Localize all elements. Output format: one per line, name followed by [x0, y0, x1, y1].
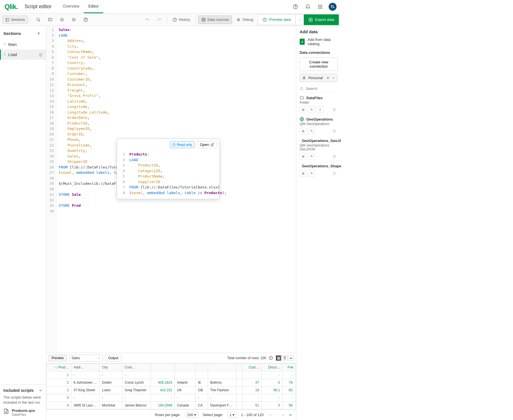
- svg-line-33: [240, 20, 240, 20]
- chevron-down-icon[interactable]: [332, 76, 335, 80]
- svg-line-14: [39, 21, 40, 21]
- view-list-icon[interactable]: ☰: [282, 355, 288, 361]
- tab-editor[interactable]: Editor: [84, 0, 103, 13]
- add-from-catalog-button[interactable]: + Add from data catalog: [300, 37, 338, 46]
- select-page-label: Select page:: [203, 413, 223, 417]
- delete-connection-icon[interactable]: [331, 106, 338, 113]
- select-page-select[interactable]: 1 ▾: [227, 412, 236, 418]
- space-filter[interactable]: Personal ✕: [300, 74, 338, 82]
- svg-rect-3: [320, 5, 321, 6]
- editor-toolbar: Sections History Data sources Debug Prev…: [0, 14, 341, 26]
- svg-line-46: [212, 143, 214, 145]
- preview-data-dropdown[interactable]: [296, 14, 304, 25]
- section-item-main[interactable]: ⠿ Main: [0, 39, 46, 50]
- connection-search-input[interactable]: [306, 86, 341, 91]
- connection-item[interactable]: DataFiles Folder ⊞ ✎ ⇪: [300, 95, 338, 113]
- undo-icon[interactable]: [142, 15, 153, 24]
- edit-connection-icon[interactable]: ✎: [308, 106, 315, 113]
- open-script-button[interactable]: Open: [197, 141, 217, 148]
- svg-point-51: [300, 87, 302, 90]
- data-sources-panel: Add data + Add from data catalog Data co…: [296, 26, 341, 420]
- svg-line-32: [237, 20, 238, 20]
- select-data-icon[interactable]: ⊞: [300, 106, 306, 113]
- svg-rect-9: [320, 8, 321, 8]
- create-connection-button[interactable]: Create new connection: [300, 57, 338, 71]
- comment-icon[interactable]: [45, 15, 56, 24]
- clear-filter-icon[interactable]: ✕: [326, 76, 330, 80]
- delete-connection-icon[interactable]: [331, 170, 338, 177]
- svg-point-1: [295, 8, 296, 8]
- search-icon: [300, 87, 304, 91]
- add-section-icon[interactable]: [35, 29, 43, 37]
- svg-rect-6: [320, 6, 321, 7]
- drag-handle-icon[interactable]: ⠿: [3, 43, 5, 46]
- header-tabs: Overview Editor: [58, 0, 103, 13]
- svg-line-52: [302, 89, 303, 90]
- included-scripts-panel: Included scripts The scripts below were …: [0, 385, 46, 420]
- drag-handle-icon[interactable]: ⠿: [3, 53, 5, 57]
- delete-connection-icon[interactable]: [331, 153, 338, 160]
- select-data-icon[interactable]: ⊞: [300, 128, 306, 134]
- svg-rect-11: [6, 18, 9, 21]
- avatar[interactable]: TL: [329, 3, 337, 11]
- export-data-button[interactable]: Export data: [304, 14, 339, 25]
- delete-connection-icon[interactable]: [331, 128, 338, 134]
- section-item-load[interactable]: ⠿ Load: [0, 50, 46, 60]
- outdent-icon[interactable]: [57, 15, 67, 24]
- svg-rect-15: [48, 18, 52, 21]
- collapse-icon[interactable]: [39, 388, 43, 392]
- readonly-badge: Read only: [170, 141, 194, 148]
- view-grid-icon[interactable]: ▪▪: [288, 355, 294, 361]
- preview-tab-button[interactable]: Preview: [48, 355, 67, 361]
- select-data-icon[interactable]: ⊞: [300, 170, 306, 177]
- debug-button[interactable]: Debug: [233, 15, 256, 24]
- view-table-icon[interactable]: ▦: [276, 355, 281, 361]
- svg-rect-7: [321, 6, 322, 7]
- select-data-icon[interactable]: ⊞: [300, 153, 306, 160]
- include-preview-popup: Read only Open 12345678 Products:LOAD Pr…: [117, 139, 220, 199]
- table-select[interactable]: Sales: [69, 355, 103, 361]
- page-last-icon[interactable]: ⇥: [287, 412, 293, 417]
- delete-section-icon[interactable]: [39, 53, 43, 57]
- edit-connection-icon[interactable]: ✎: [308, 153, 315, 160]
- connection-item[interactable]: GeoOperations_GeoJSON Qlik GeoOperations…: [300, 138, 338, 160]
- help-icon[interactable]: [291, 3, 299, 11]
- included-file-item[interactable]: Products.qvs DataFiles: [3, 408, 43, 417]
- page-first-icon[interactable]: ⇤: [268, 412, 273, 417]
- upload-icon[interactable]: ⇪: [317, 106, 323, 113]
- edit-connection-icon[interactable]: ✎: [308, 128, 315, 134]
- page-next-icon[interactable]: ›: [282, 412, 285, 417]
- pager: Rows per page: 100 ▾ Select page: 1 ▾ 1 …: [46, 409, 296, 420]
- preview-table[interactable]: ↑↓ Prod…Addr…CityCont…Cust…Disco…Frei1--…: [46, 363, 296, 409]
- connection-item[interactable]: GeoOperations_Shapefile ⊞ ✎: [300, 164, 338, 177]
- sections-toggle-button[interactable]: Sections: [2, 15, 28, 24]
- svg-point-27: [238, 19, 239, 20]
- svg-point-50: [304, 77, 305, 78]
- apps-grid-icon[interactable]: [316, 3, 324, 11]
- preview-data-button[interactable]: Preview data: [258, 14, 296, 25]
- search-icon[interactable]: [33, 15, 44, 24]
- indent-icon[interactable]: [68, 15, 79, 24]
- bell-icon[interactable]: [304, 3, 312, 11]
- output-tab-button[interactable]: Output: [105, 355, 121, 361]
- svg-rect-5: [318, 6, 319, 7]
- rows-per-page-select[interactable]: 100 ▾: [185, 412, 198, 418]
- page-prev-icon[interactable]: ‹: [276, 412, 279, 417]
- app-header: Qlik. Script editor Overview Editor TL: [0, 0, 341, 14]
- edit-connection-icon[interactable]: ✎: [308, 170, 315, 177]
- svg-rect-10: [321, 8, 322, 8]
- svg-rect-2: [318, 5, 319, 6]
- redo-icon[interactable]: [154, 15, 165, 24]
- tab-overview[interactable]: Overview: [58, 0, 84, 13]
- data-sources-button[interactable]: Data sources: [198, 15, 232, 24]
- help-toolbar-icon[interactable]: [80, 15, 91, 24]
- history-button[interactable]: History: [169, 15, 193, 24]
- svg-point-24: [86, 21, 86, 21]
- info-icon[interactable]: [269, 356, 273, 360]
- connection-item[interactable]: GeoOperations Qlik GeoOperations ⊞ ✎: [300, 117, 338, 134]
- sections-title: Sections: [3, 31, 21, 36]
- user-icon: [302, 76, 306, 80]
- add-data-title: Add data: [300, 29, 338, 34]
- svg-point-26: [202, 18, 205, 19]
- connection-search[interactable]: [300, 85, 338, 93]
